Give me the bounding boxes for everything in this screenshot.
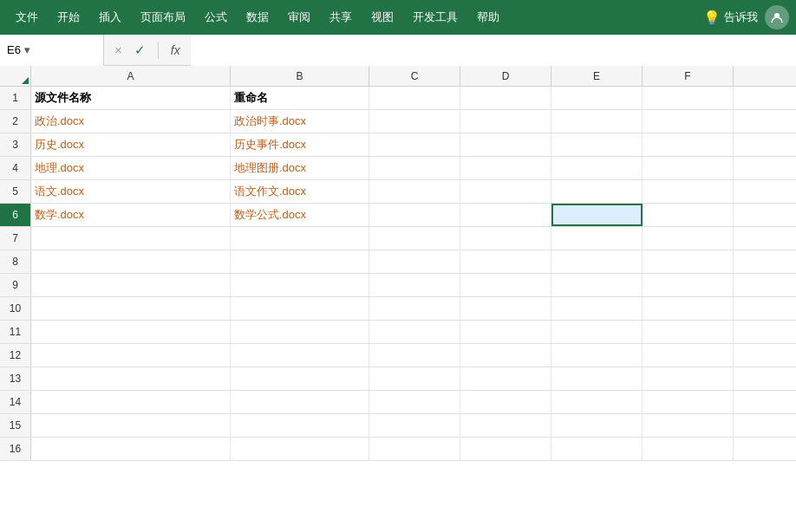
cell-9-E[interactable] — [551, 274, 643, 296]
row-num-2[interactable]: 2 — [0, 110, 31, 133]
menu-view[interactable]: 视图 — [362, 4, 402, 30]
col-header-a[interactable]: A — [31, 66, 231, 86]
cell-1-A[interactable]: 源文件名称 — [31, 87, 231, 109]
cell-1-E[interactable] — [551, 87, 643, 109]
cell-3-E[interactable] — [551, 133, 643, 156]
cell-13-B[interactable] — [231, 367, 369, 390]
cell-12-A[interactable] — [31, 344, 231, 367]
cell-9-D[interactable] — [460, 274, 551, 296]
cell-4-E[interactable] — [551, 157, 643, 179]
cancel-formula-button[interactable]: × — [111, 41, 126, 59]
cell-7-E[interactable] — [551, 227, 643, 250]
menu-insert[interactable]: 插入 — [90, 4, 130, 30]
cell-7-C[interactable] — [369, 227, 460, 250]
cell-10-D[interactable] — [460, 297, 551, 320]
row-num-1[interactable]: 1 — [0, 87, 31, 109]
cell-16-C[interactable] — [369, 438, 460, 460]
cell-14-F[interactable] — [643, 391, 734, 413]
col-header-b[interactable]: B — [231, 66, 369, 86]
col-header-d[interactable]: D — [460, 66, 551, 86]
cell-13-F[interactable] — [643, 367, 734, 390]
cell-6-C[interactable] — [369, 204, 460, 226]
cell-1-B[interactable]: 重命名 — [231, 87, 369, 109]
cell-16-F[interactable] — [643, 438, 734, 460]
cell-12-B[interactable] — [231, 344, 369, 367]
cell-11-B[interactable] — [231, 321, 369, 343]
row-num-16[interactable]: 16 — [0, 438, 31, 460]
cell-2-D[interactable] — [460, 110, 551, 133]
cell-11-A[interactable] — [31, 321, 231, 343]
cell-7-A[interactable] — [31, 227, 231, 250]
cell-7-B[interactable] — [231, 227, 369, 250]
menu-review[interactable]: 审阅 — [279, 4, 319, 30]
menu-help[interactable]: 帮助 — [468, 4, 508, 30]
cell-4-C[interactable] — [369, 157, 460, 179]
menu-formula[interactable]: 公式 — [196, 4, 236, 30]
cell-8-C[interactable] — [369, 250, 460, 273]
menu-share[interactable]: 共享 — [321, 4, 361, 30]
col-header-c[interactable]: C — [369, 66, 460, 86]
cell-5-B[interactable]: 语文作文.docx — [231, 180, 369, 203]
row-num-11[interactable]: 11 — [0, 321, 31, 343]
cell-14-B[interactable] — [231, 391, 369, 413]
cell-9-F[interactable] — [643, 274, 734, 296]
cell-15-F[interactable] — [643, 414, 734, 437]
tell-me-label[interactable]: 告诉我 — [724, 10, 758, 25]
cell-5-F[interactable] — [643, 180, 734, 203]
menu-home[interactable]: 开始 — [49, 4, 88, 30]
cell-1-C[interactable] — [369, 87, 460, 109]
cell-5-C[interactable] — [369, 180, 460, 203]
cell-10-C[interactable] — [369, 297, 460, 320]
cell-9-A[interactable] — [31, 274, 231, 296]
cell-13-C[interactable] — [369, 367, 460, 390]
cell-9-B[interactable] — [231, 274, 369, 296]
cell-1-F[interactable] — [643, 87, 734, 109]
cell-11-E[interactable] — [551, 321, 643, 343]
cell-2-F[interactable] — [643, 110, 734, 133]
menu-layout[interactable]: 页面布局 — [132, 4, 194, 30]
cell-8-F[interactable] — [643, 250, 734, 273]
cell-10-E[interactable] — [551, 297, 643, 320]
confirm-formula-button[interactable]: ✓ — [131, 41, 149, 60]
cell-3-F[interactable] — [643, 133, 734, 156]
cell-8-A[interactable] — [31, 250, 231, 273]
cell-10-A[interactable] — [31, 297, 231, 320]
cell-16-E[interactable] — [551, 438, 643, 460]
menu-developer[interactable]: 开发工具 — [404, 4, 467, 30]
cell-13-A[interactable] — [31, 367, 231, 390]
select-all-button[interactable] — [0, 66, 31, 87]
cell-11-D[interactable] — [460, 321, 551, 343]
menu-data[interactable]: 数据 — [238, 4, 277, 30]
cell-4-F[interactable] — [643, 157, 734, 179]
cell-5-A[interactable]: 语文.docx — [31, 180, 231, 203]
cell-8-B[interactable] — [231, 250, 369, 273]
cell-7-F[interactable] — [643, 227, 734, 250]
row-num-14[interactable]: 14 — [0, 391, 31, 413]
cell-10-B[interactable] — [231, 297, 369, 320]
row-num-4[interactable]: 4 — [0, 157, 31, 179]
cell-6-F[interactable] — [643, 204, 734, 226]
fx-button[interactable]: fx — [167, 43, 184, 57]
account-avatar[interactable] — [765, 5, 789, 29]
row-num-5[interactable]: 5 — [0, 180, 31, 203]
cell-12-E[interactable] — [551, 344, 643, 367]
cell-14-D[interactable] — [460, 391, 551, 413]
cell-2-E[interactable] — [551, 110, 643, 133]
row-num-15[interactable]: 15 — [0, 414, 31, 437]
cell-3-D[interactable] — [460, 133, 551, 156]
cell-5-D[interactable] — [460, 180, 551, 203]
cell-15-D[interactable] — [460, 414, 551, 437]
row-num-9[interactable]: 9 — [0, 274, 31, 296]
cell-6-A[interactable]: 数学.docx — [31, 204, 231, 226]
row-num-7[interactable]: 7 — [0, 227, 31, 250]
cell-14-E[interactable] — [551, 391, 643, 413]
cell-16-B[interactable] — [231, 438, 369, 460]
cell-3-B[interactable]: 历史事件.docx — [231, 133, 369, 156]
cell-15-E[interactable] — [551, 414, 643, 437]
cell-15-C[interactable] — [369, 414, 460, 437]
cell-5-E[interactable] — [551, 180, 643, 203]
cell-4-A[interactable]: 地理.docx — [31, 157, 231, 179]
cell-3-A[interactable]: 历史.docx — [31, 133, 231, 156]
cell-4-D[interactable] — [460, 157, 551, 179]
cell-reference-box[interactable]: E6 ▾ — [0, 35, 104, 66]
